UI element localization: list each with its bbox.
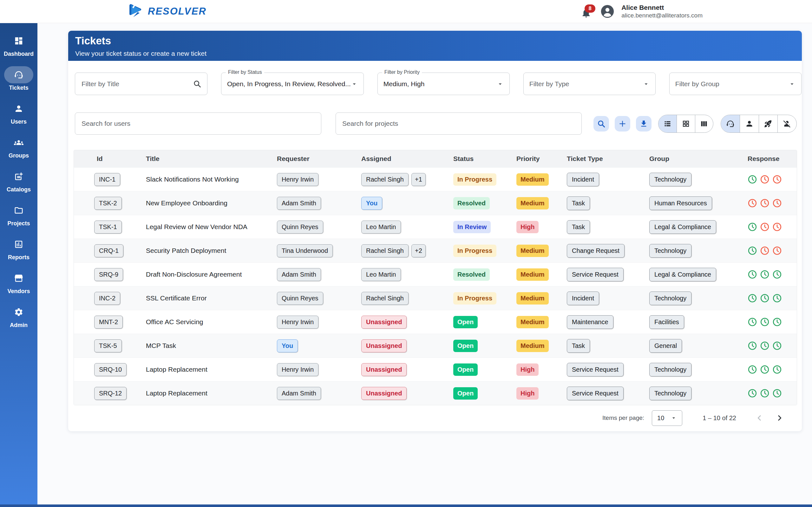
ticket-id-chip[interactable]: MNT-2 xyxy=(94,316,123,329)
sidebar-item-projects[interactable]: Projects xyxy=(4,202,33,227)
grid-view-icon xyxy=(681,119,690,128)
ticket-id-chip[interactable]: SRQ-9 xyxy=(94,268,123,281)
users-filter-button[interactable] xyxy=(740,115,759,132)
table-row[interactable]: INC-2 SSL Certificate Error Quinn Reyes … xyxy=(74,286,797,310)
assignee-chip[interactable]: Leo Martin xyxy=(361,268,401,281)
sidebar-item-dashboard[interactable]: Dashboard xyxy=(4,32,34,57)
sidebar-item-label: Tickets xyxy=(9,84,29,91)
add-button[interactable] xyxy=(615,116,630,131)
ticket-id-chip[interactable]: INC-1 xyxy=(94,173,120,186)
assignee-overflow-chip[interactable]: +1 xyxy=(411,173,426,186)
assignee-chip[interactable]: Rachel Singh xyxy=(361,292,409,305)
ticket-id-chip[interactable]: SRQ-12 xyxy=(94,387,126,400)
ticket-id-chip[interactable]: CRQ-1 xyxy=(94,244,123,257)
search-users-input[interactable] xyxy=(75,112,321,135)
table-row[interactable]: TSK-2 New Employee Onboarding Adam Smith… xyxy=(74,191,797,215)
requester-chip[interactable]: Adam Smith xyxy=(277,387,321,400)
list-view-icon xyxy=(663,119,672,128)
next-page-button[interactable] xyxy=(775,413,784,423)
requester-chip[interactable]: Adam Smith xyxy=(277,268,321,281)
sidebar-item-reports[interactable]: Reports xyxy=(4,236,33,261)
ticket-id-chip[interactable]: TSK-2 xyxy=(94,197,122,210)
table-row[interactable]: CRQ-1 Security Patch Deployment Tina Und… xyxy=(74,239,797,262)
table-row[interactable]: TSK-1 Legal Review of New Vendor NDA Qui… xyxy=(74,215,797,239)
assignee-chip[interactable]: Rachel Singh xyxy=(361,173,409,186)
catalog-add-icon xyxy=(14,172,23,181)
filter-status-select[interactable]: Filter by Status Open, In Progress, In R… xyxy=(221,72,364,95)
requester-chip[interactable]: Henry Irwin xyxy=(277,363,318,376)
filter-priority-select[interactable]: Filter by Priority Medium, High xyxy=(377,72,510,95)
projects-filter-button[interactable] xyxy=(759,115,778,132)
ticket-id-chip[interactable]: TSK-1 xyxy=(94,221,122,233)
sidebar-item-catalogs[interactable]: Catalogs xyxy=(4,168,33,193)
download-button[interactable] xyxy=(636,116,652,131)
assignee-chip[interactable]: Unassigned xyxy=(361,363,407,376)
assignee-chip[interactable]: Unassigned xyxy=(361,339,407,352)
sidebar-item-users[interactable]: Users xyxy=(4,100,33,125)
search-projects-input[interactable] xyxy=(336,112,582,135)
chevron-down-icon xyxy=(789,80,796,88)
ticket-id-chip[interactable]: INC-2 xyxy=(94,292,120,305)
requester-chip[interactable]: Quinn Reyes xyxy=(277,292,323,305)
response-clock-icon xyxy=(748,175,757,184)
table-row[interactable]: SRQ-9 Draft Non-Disclosure Agreement Ada… xyxy=(74,262,797,286)
notifications-button[interactable]: 8 xyxy=(581,4,594,18)
page-subtitle: View your ticket status or create a new … xyxy=(75,50,802,57)
sidebar-item-groups[interactable]: Groups xyxy=(4,134,33,159)
icon-slot xyxy=(4,32,33,49)
filter-title-input[interactable] xyxy=(81,80,193,88)
ticket-type-chip: Change Request xyxy=(567,244,624,258)
ticket-id-chip[interactable]: SRQ-10 xyxy=(94,363,126,376)
table-row[interactable]: SRQ-10 Laptop Replacement Henry Irwin Un… xyxy=(74,357,797,381)
filter-group-select[interactable]: Filter by Group xyxy=(669,72,802,95)
priority-badge: Medium xyxy=(516,316,549,328)
requester-chip[interactable]: Henry Irwin xyxy=(277,316,318,329)
ticket-table: Id Title Requester Assigned Status Prior… xyxy=(73,150,797,405)
column-view-button[interactable] xyxy=(695,115,713,132)
rocket-icon xyxy=(764,119,772,128)
icon-slot xyxy=(4,270,33,287)
ticket-title: Slack Notifications Not Working xyxy=(146,176,239,183)
resolver-logo-icon xyxy=(127,3,145,20)
status-badge: Open xyxy=(453,387,478,400)
grid-view-button[interactable] xyxy=(676,115,695,132)
requester-chip[interactable]: Henry Irwin xyxy=(277,173,318,186)
groups-icon xyxy=(14,138,23,147)
items-per-page-select[interactable]: 10 xyxy=(652,410,682,426)
requester-chip[interactable]: Quinn Reyes xyxy=(277,221,323,233)
unassigned-filter-button[interactable] xyxy=(777,115,797,132)
avatar[interactable] xyxy=(600,4,614,18)
previous-page-button[interactable] xyxy=(755,413,764,423)
list-view-button[interactable] xyxy=(658,115,676,132)
sidebar-item-vendors[interactable]: Vendors xyxy=(4,270,33,295)
ticket-title: Office AC Servicing xyxy=(146,318,203,326)
requester-chip[interactable]: Adam Smith xyxy=(277,197,321,210)
folder-icon xyxy=(14,206,23,215)
response-clock-icon xyxy=(760,222,769,232)
ticket-title: SSL Certificate Error xyxy=(146,294,207,302)
table-row[interactable]: TSK-5 MCP Task You Unassigned Open Mediu… xyxy=(74,334,797,357)
assignee-chip[interactable]: Leo Martin xyxy=(361,221,401,233)
icon-slot xyxy=(4,236,33,253)
status-badge: Open xyxy=(453,340,478,352)
assignee-chip[interactable]: Unassigned xyxy=(361,316,407,329)
requester-chip[interactable]: Tina Underwood xyxy=(277,244,333,257)
response-clock-icon xyxy=(772,365,782,374)
icon-slot xyxy=(4,100,33,117)
sidebar-item-tickets[interactable]: Tickets xyxy=(4,66,33,91)
assignee-overflow-chip[interactable]: +2 xyxy=(411,244,426,257)
column-header-assigned: Assigned xyxy=(359,155,451,163)
table-row[interactable]: INC-1 Slack Notifications Not Working He… xyxy=(74,167,797,191)
assignee-chip[interactable]: Unassigned xyxy=(361,387,407,400)
search-button[interactable] xyxy=(594,116,609,131)
tickets-filter-button[interactable] xyxy=(721,115,740,132)
assignee-chip[interactable]: Rachel Singh xyxy=(361,244,409,257)
ticket-id-chip[interactable]: TSK-5 xyxy=(94,339,122,352)
sidebar-item-admin[interactable]: Admin xyxy=(4,303,33,329)
requester-chip[interactable]: You xyxy=(277,339,298,352)
chevron-down-icon xyxy=(351,80,358,88)
assignee-chip[interactable]: You xyxy=(361,197,382,210)
table-row[interactable]: MNT-2 Office AC Servicing Henry Irwin Un… xyxy=(74,310,797,334)
filter-type-select[interactable]: Filter by Type xyxy=(523,72,656,95)
table-row[interactable]: SRQ-12 Laptop Replacement Adam Smith Una… xyxy=(74,381,797,405)
